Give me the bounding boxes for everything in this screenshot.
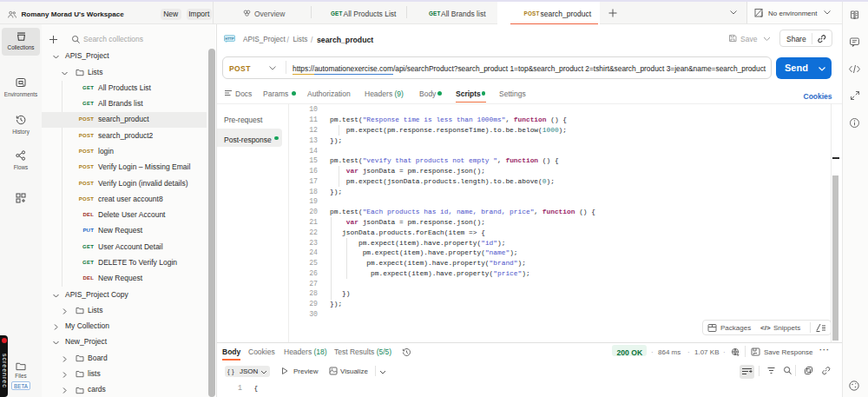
svg-text:HTTP: HTTP [225,36,234,41]
